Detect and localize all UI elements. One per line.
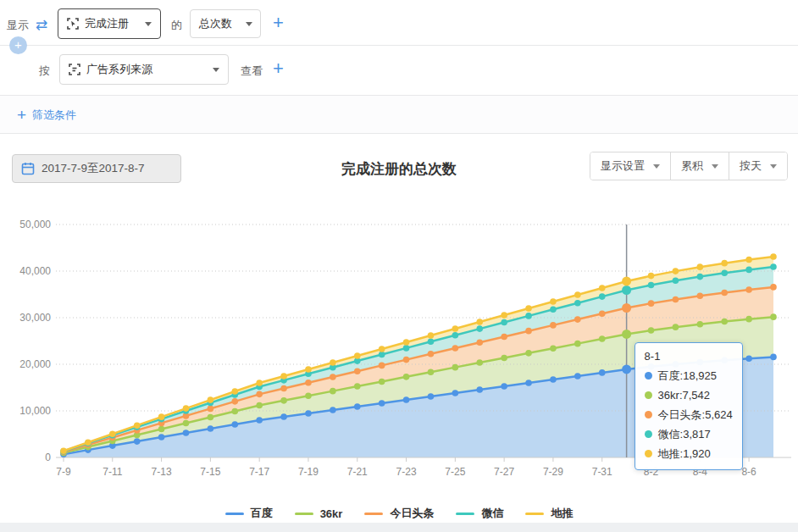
svg-text:7-13: 7-13: [152, 466, 172, 478]
divider: [0, 133, 798, 134]
svg-text:7-17: 7-17: [249, 466, 269, 478]
plus-icon: +: [17, 107, 26, 123]
add-dimension-button[interactable]: +: [273, 59, 284, 78]
svg-text:30,000: 30,000: [19, 312, 51, 324]
stacked-area-chart[interactable]: 010,00020,00030,00040,00050,0007-97-117-…: [0, 212, 798, 500]
tooltip-series-value: 18,925: [683, 366, 717, 385]
legend-swatch: [364, 513, 383, 515]
of-label: 的: [171, 18, 182, 33]
series-dot: [645, 450, 652, 457]
tooltip-series-value: 1,920: [683, 444, 711, 463]
tooltip-series-name: 微信: [658, 424, 680, 444]
legend-swatch: [525, 513, 544, 515]
scan-list-icon: [69, 64, 80, 75]
legend-item-baidu[interactable]: 百度: [225, 506, 273, 521]
tooltip-row: 36kr : 7,542: [645, 385, 733, 405]
legend-label: 微信: [481, 506, 503, 521]
event-select[interactable]: 完成注册: [58, 8, 161, 39]
legend-item-36kr[interactable]: 36kr: [295, 507, 343, 520]
svg-text:7-9: 7-9: [56, 466, 71, 478]
series-dot: [645, 411, 652, 418]
series-dot: [645, 391, 652, 399]
legend-item-ditui[interactable]: 地推: [525, 506, 573, 521]
measure-select-label: 总次数: [199, 16, 232, 31]
dimension-select[interactable]: 广告系列来源: [59, 54, 229, 85]
svg-text:7-19: 7-19: [298, 466, 319, 478]
chevron-down-icon: [712, 164, 718, 169]
legend-item-toutiao[interactable]: 今日头条: [364, 506, 434, 521]
add-step-button[interactable]: +: [9, 36, 27, 54]
chart-settings-group: 显示设置 累积 按天: [590, 152, 788, 180]
svg-text:40,000: 40,000: [19, 265, 51, 277]
cumulative-button[interactable]: 累积: [670, 152, 729, 180]
tooltip-row: 今日头条 : 5,624: [645, 405, 733, 424]
svg-text:8-6: 8-6: [741, 466, 756, 478]
svg-text:7-27: 7-27: [494, 466, 514, 478]
svg-text:7-31: 7-31: [592, 466, 612, 478]
date-range-button[interactable]: 2017-7-9至2017-8-7: [12, 154, 181, 183]
tooltip-series-name: 36kr: [658, 385, 679, 405]
measure-select[interactable]: 总次数: [190, 9, 261, 38]
cumulative-label: 累积: [681, 158, 703, 174]
svg-text:7-11: 7-11: [103, 466, 122, 478]
add-metric-button[interactable]: +: [273, 14, 284, 32]
svg-text:50,000: 50,000: [19, 219, 51, 230]
legend-label: 36kr: [320, 507, 343, 520]
chevron-down-icon: [246, 22, 252, 26]
calendar-icon: [21, 162, 35, 175]
tooltip-series-name: 百度: [658, 366, 680, 385]
svg-text:0: 0: [45, 452, 51, 463]
legend-swatch: [225, 513, 244, 515]
chart-tooltip: 8-1 百度 : 18,925 36kr : 7,542 今日头条 : 5,62…: [635, 342, 743, 470]
legend-item-wechat[interactable]: 微信: [456, 506, 503, 521]
analytics-page: 显示 ⇄ 完成注册 的 总次数 + + 按 广告系列来源 查看: [0, 0, 798, 532]
tooltip-series-name: 地推: [658, 444, 680, 463]
chevron-down-icon: [770, 164, 777, 169]
chevron-down-icon: [145, 22, 152, 26]
tooltip-row: 地推 : 1,920: [645, 444, 733, 463]
display-settings-button[interactable]: 显示设置: [590, 152, 670, 180]
divider: [0, 45, 798, 46]
svg-text:20,000: 20,000: [19, 358, 51, 370]
tooltip-series-value: 5,624: [705, 405, 733, 424]
swap-refresh-icon[interactable]: ⇄: [36, 16, 47, 34]
series-dot: [645, 372, 652, 380]
legend-swatch: [456, 513, 474, 515]
legend-label: 今日头条: [390, 506, 434, 521]
tooltip-row: 百度 : 18,925: [645, 366, 733, 385]
chevron-down-icon: [213, 68, 219, 72]
footer-strip: [0, 523, 798, 532]
legend-swatch: [295, 513, 313, 515]
view-label: 查看: [241, 64, 263, 79]
chevron-down-icon: [653, 164, 660, 169]
granularity-button[interactable]: 按天: [729, 152, 787, 180]
chart-title: 完成注册的总次数: [230, 159, 568, 179]
show-label: 显示: [7, 18, 29, 33]
series-dot: [645, 430, 652, 438]
dimension-select-label: 广告系列来源: [86, 62, 152, 77]
scan-cursor-icon: [67, 18, 79, 30]
legend-label: 地推: [551, 506, 573, 521]
svg-text:7-29: 7-29: [543, 466, 563, 478]
tooltip-series-name: 今日头条: [658, 405, 702, 424]
tooltip-series-value: 3,817: [683, 424, 711, 444]
tooltip-date: 8-1: [645, 347, 733, 366]
by-label: 按: [39, 64, 50, 79]
svg-text:7-15: 7-15: [200, 466, 220, 478]
filter-band: [0, 96, 798, 133]
tooltip-series-value: 7,542: [683, 385, 711, 405]
tooltip-row: 微信 : 3,817: [645, 424, 733, 444]
add-filter-button[interactable]: + 筛选条件: [17, 107, 76, 123]
granularity-label: 按天: [740, 158, 762, 174]
svg-text:7-25: 7-25: [445, 466, 465, 478]
svg-text:7-21: 7-21: [347, 466, 368, 478]
display-settings-label: 显示设置: [601, 158, 645, 174]
chart-legend: 百度 36kr 今日头条 微信 地推: [0, 506, 798, 521]
date-range-label: 2017-7-9至2017-8-7: [42, 161, 145, 176]
legend-label: 百度: [251, 506, 273, 521]
event-select-label: 完成注册: [85, 16, 129, 31]
svg-text:7-23: 7-23: [396, 466, 417, 478]
add-filter-label: 筛选条件: [32, 108, 76, 123]
svg-text:10,000: 10,000: [19, 405, 51, 417]
